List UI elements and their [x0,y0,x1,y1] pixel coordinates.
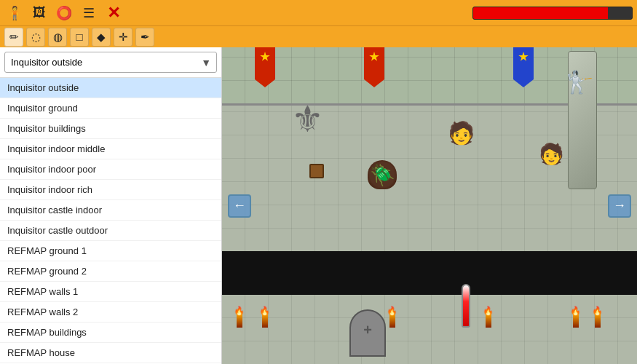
list-item[interactable]: Inquisitor indoor rich [0,180,221,200]
list-item[interactable]: Inquisitor indoor poor [0,159,221,180]
nav-right-arrow[interactable]: → [608,194,631,218]
list-item[interactable]: REFMAP walls 2 [0,302,221,323]
list-item[interactable]: REFMAP ground 2 [0,261,221,282]
tileset-dropdown-container: Inquisitor outsideInquisitor groundInqui… [0,47,221,78]
close-button[interactable]: ✕ [103,3,124,23]
tombstone [349,309,386,357]
list-item[interactable]: REFMAP walls 1 [0,282,221,302]
torch-right-1 [595,313,601,328]
fill-tool[interactable]: ◆ [92,28,111,47]
eraser-tool[interactable]: ◌ [26,28,45,47]
banner-1 [255,47,275,87]
crate-sprite [309,164,324,178]
brush-tool[interactable]: ◍ [48,28,67,47]
tileset-dropdown[interactable]: Inquisitor outsideInquisitor groundInqui… [4,52,217,73]
hp-potion [462,284,470,328]
circle-icon[interactable]: ⭕ [54,3,74,23]
image-icon[interactable]: 🖼 [29,3,50,23]
list-item[interactable]: Inquisitor buildings [0,119,221,139]
torch-left-2 [262,313,268,328]
hp-bar-container [472,7,633,20]
pencil-tool[interactable]: ✏ [4,28,23,47]
torch-center-right [486,313,491,328]
hp-bar [473,7,608,19]
rect-tool[interactable]: □ [70,28,89,47]
list-item[interactable]: Inquisitor indoor middle [0,139,221,159]
tool-row: ✏ ◌ ◍ □ ◆ ✛ ✒ [0,25,637,47]
list-item[interactable]: Inquisitor ground [0,98,221,119]
hero-sprite-1: 🧑 [448,120,475,146]
menu-icon[interactable]: ☰ [79,3,99,23]
banner-3 [513,47,534,87]
armor-sprite: 🤺 [566,69,593,95]
monster-sprite: 🪲 [368,160,397,189]
list-item[interactable]: REFMAP ground 1 [0,241,221,261]
eyedrop-tool[interactable]: ✒ [135,28,154,47]
torch-right-2 [573,313,579,328]
list-item[interactable]: Inquisitor castle indoor [0,200,221,221]
left-panel: Inquisitor outsideInquisitor groundInqui… [0,47,222,364]
nav-left-arrow[interactable]: ← [228,194,251,218]
torch-center-left [389,313,395,328]
tileset-list: Inquisitor outsideInquisitor groundInqui… [0,78,221,364]
top-toolbar: 🧍 🖼 ⭕ ☰ ✕ [0,0,637,25]
main-area: Inquisitor outsideInquisitor groundInqui… [0,47,637,364]
list-item[interactable]: Inquisitor outside [0,78,221,98]
list-item[interactable]: REFMAP house [0,343,221,363]
torch-left-1 [237,313,242,328]
banner-2 [364,47,384,87]
hero-sprite-2: 🧑 [539,142,564,166]
list-item[interactable]: Inquisitor castle outdoor [0,221,221,241]
black-gap [222,251,637,295]
list-item[interactable]: REFMAP buildings [0,323,221,343]
trident-decoration: ⚜ [291,98,324,141]
game-canvas[interactable]: ⚜ 🪲 🧑 🤺 🧑 ← → [222,47,637,364]
move-tool[interactable]: ✛ [114,28,132,47]
person-icon[interactable]: 🧍 [4,3,25,23]
